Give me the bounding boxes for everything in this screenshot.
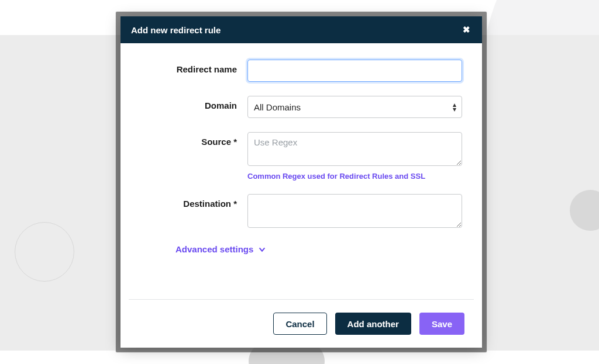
field-row-domain: Domain All Domains ▴▾ bbox=[140, 96, 462, 118]
add-another-button[interactable]: Add another bbox=[335, 313, 411, 335]
advanced-settings-label: Advanced settings bbox=[175, 244, 253, 254]
domain-select[interactable]: All Domains bbox=[247, 96, 462, 118]
add-redirect-modal: Add new redirect rule ✖ Redirect name Do… bbox=[121, 16, 482, 348]
label-destination: Destination * bbox=[140, 194, 247, 209]
label-domain: Domain bbox=[140, 96, 247, 110]
label-redirect-name: Redirect name bbox=[140, 60, 247, 74]
source-input[interactable] bbox=[247, 132, 462, 166]
field-row-source: Source * Common Regex used for Redirect … bbox=[140, 132, 462, 181]
close-icon[interactable]: ✖ bbox=[461, 25, 471, 35]
field-row-redirect-name: Redirect name bbox=[140, 60, 462, 82]
advanced-settings-row: Advanced settings bbox=[175, 244, 462, 255]
save-button[interactable]: Save bbox=[419, 313, 464, 335]
modal-title: Add new redirect rule bbox=[131, 25, 221, 35]
advanced-settings-toggle[interactable]: Advanced settings bbox=[175, 244, 266, 254]
destination-input[interactable] bbox=[247, 194, 462, 228]
modal-body: Redirect name Domain All Domains ▴▾ Sour… bbox=[121, 43, 482, 289]
modal-footer: Cancel Add another Save bbox=[129, 299, 474, 348]
modal-backdrop: Add new redirect rule ✖ Redirect name Do… bbox=[116, 12, 487, 352]
chevron-down-icon bbox=[258, 245, 266, 254]
background-circle bbox=[15, 222, 74, 282]
regex-help-link[interactable]: Common Regex used for Redirect Rules and… bbox=[247, 172, 425, 181]
cancel-button[interactable]: Cancel bbox=[273, 313, 326, 335]
field-row-destination: Destination * bbox=[140, 194, 462, 230]
modal-header: Add new redirect rule ✖ bbox=[121, 16, 482, 43]
redirect-name-input[interactable] bbox=[247, 60, 462, 82]
label-source: Source * bbox=[140, 132, 247, 147]
